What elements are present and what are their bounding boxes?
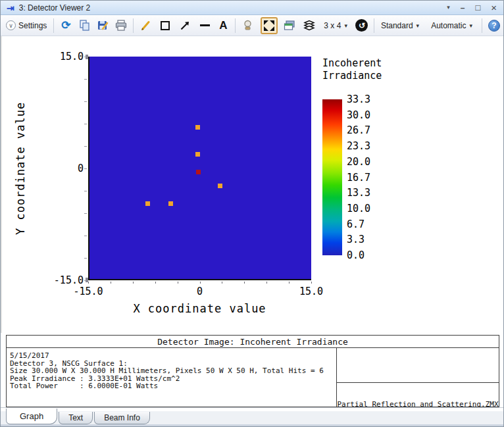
x-minor-tick [155, 282, 156, 284]
help-button[interactable]: ? [486, 17, 502, 34]
y-axis-title: Y coordinate value [14, 57, 36, 280]
x-minor-tick [266, 282, 267, 284]
footer-right-cell: Partial Reflection and Scattering.ZMX Co… [336, 348, 499, 407]
detector-hit [195, 125, 200, 130]
print-icon [115, 20, 127, 31]
color-mode-dropdown[interactable]: Automatic ▾ [428, 21, 475, 30]
detector-hit [218, 184, 222, 188]
detector-hit [168, 201, 173, 206]
annotate-arrow-button[interactable] [177, 17, 193, 34]
fit-window-icon [263, 20, 275, 32]
colorbar-tick-label: 10.0 [347, 203, 370, 214]
detector-image-plot[interactable] [88, 57, 311, 280]
chevron-down-icon: ▾ [344, 22, 347, 29]
separator [235, 18, 236, 33]
colorbar-tick-label: 30.0 [347, 109, 370, 121]
y-minor-tick [84, 258, 87, 259]
y-minor-tick [84, 101, 87, 102]
settings-chevron-icon[interactable]: ∨ [6, 20, 16, 30]
plot-scale-dropdown[interactable]: Standard ▾ [378, 21, 422, 30]
colorbar [322, 99, 342, 255]
detector-info-text: 5/15/2017Detector 3, NSCG Surface 1:Size… [7, 348, 336, 407]
annotate-pencil-button[interactable] [138, 17, 153, 34]
separator [53, 18, 54, 33]
plot-scale-label: Standard [381, 21, 413, 30]
copy-button[interactable] [76, 17, 92, 34]
cascade-windows-button[interactable] [282, 17, 297, 34]
lamp-button[interactable] [239, 17, 255, 34]
detector-info-line: 5/15/2017 [10, 352, 336, 360]
colorbar-title-line2: Irradiance [322, 70, 382, 82]
detector-hit [195, 152, 200, 157]
refresh-icon: ⟳ [61, 18, 70, 32]
y-minor-tick [84, 124, 87, 124]
y-minor-tick [84, 79, 87, 80]
colorbar-title-line1: Incoherent [322, 57, 382, 70]
layers-button[interactable] [301, 17, 317, 34]
colorbar-tick-label: 3.3 [347, 234, 365, 245]
separator [133, 18, 134, 33]
color-mode-label: Automatic [431, 21, 466, 30]
x-axis-title: X coordinate value [88, 302, 311, 315]
colorbar-tick-label: 23.3 [347, 140, 370, 152]
rectangle-icon [161, 21, 170, 30]
tab-bar: Graph Text Beam Info [1, 407, 504, 424]
save-button[interactable] [95, 17, 111, 34]
close-button[interactable]: × [491, 3, 497, 13]
chevron-down-icon: ▾ [470, 22, 473, 29]
window-bottom-edge [1, 424, 504, 427]
annotate-line-button[interactable] [197, 17, 213, 34]
print-button[interactable] [113, 17, 129, 34]
tab-text[interactable]: Text [59, 412, 93, 424]
x-minor-tick [289, 282, 290, 284]
colorbar-tick-label: 6.7 [347, 218, 365, 230]
fit-window-button[interactable] [261, 17, 278, 34]
line-icon [200, 24, 210, 26]
refresh-button[interactable]: ⟳ [58, 17, 74, 34]
x-minor-tick [200, 282, 201, 284]
footer-header: Detector Image: Incoherent Irradiance [6, 335, 499, 348]
detector-hit [196, 170, 201, 174]
detector-hit [145, 201, 150, 206]
x-tick-label: -15.0 [73, 286, 103, 297]
separator [482, 18, 482, 33]
cascade-windows-icon [284, 20, 295, 31]
window-title: 3: Detector Viewer 2 [19, 3, 447, 13]
colorbar-tick-label: 0.0 [347, 249, 365, 261]
text-icon: A [219, 19, 227, 32]
x-minor-tick [133, 282, 134, 284]
x-minor-tick [222, 282, 222, 284]
footer-panel: Detector Image: Incoherent Irradiance 5/… [6, 335, 499, 407]
y-tick-label: -15.0 [41, 274, 84, 286]
app-icon: ⇥ [7, 3, 14, 13]
y-minor-tick [84, 191, 87, 191]
annotate-text-button[interactable]: A [215, 17, 231, 34]
y-tick-label: 15.0 [41, 51, 84, 63]
detector-background [89, 57, 311, 279]
maximize-button[interactable]: □ [475, 3, 480, 12]
rotate-icon: ↺ [359, 21, 365, 30]
grid-size-dropdown[interactable]: 3 x 4 ▾ [321, 21, 350, 30]
y-minor-tick [84, 146, 87, 147]
y-minor-tick [84, 168, 87, 169]
tab-label: Graph [20, 411, 43, 421]
tab-beam-info[interactable]: Beam Info [94, 412, 150, 424]
axis-corner-tick [86, 278, 88, 282]
x-minor-tick [244, 282, 245, 284]
detector-plot-area: Y coordinate value X coordinate value In… [1, 36, 504, 333]
y-minor-tick [84, 236, 87, 236]
settings-button[interactable]: Settings [18, 21, 47, 30]
annotate-rectangle-button[interactable] [157, 17, 173, 34]
y-minor-tick [84, 213, 87, 214]
arrow-icon [180, 20, 190, 31]
rotate-button[interactable]: ↺ [354, 17, 370, 34]
colorbar-tick-label: 33.3 [347, 93, 370, 105]
help-icon: ? [491, 21, 496, 30]
copy-icon [79, 20, 90, 31]
minimize-button[interactable]: – [461, 4, 465, 12]
colorbar-tick-label: 26.7 [347, 124, 370, 136]
colorbar-tick-label: 16.7 [347, 172, 370, 184]
tab-label: Beam Info [104, 413, 140, 422]
tab-graph[interactable]: Graph [6, 409, 57, 424]
window-menu-icon[interactable]: ▾ [447, 5, 450, 11]
